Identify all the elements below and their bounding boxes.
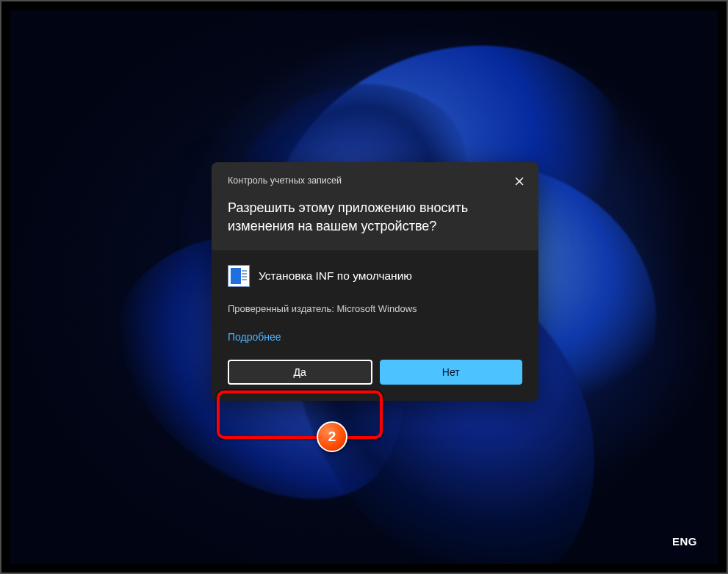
language-indicator[interactable]: ENG [672,535,697,548]
app-name: Установка INF по умолчанию [259,269,412,283]
uac-header: Контроль учетных записей Разрешить этому… [212,162,538,250]
yes-button[interactable]: Да [228,360,372,385]
close-button[interactable] [508,170,531,193]
close-icon [515,177,524,186]
screenshot-frame: Контроль учетных записей Разрешить этому… [0,0,728,574]
desktop-background: Контроль учетных записей Разрешить этому… [10,10,718,564]
app-row: Установка INF по умолчанию [228,265,522,287]
uac-body: Установка INF по умолчанию Проверенный и… [212,250,538,360]
uac-caption: Контроль учетных записей [228,175,522,186]
verified-publisher: Проверенный издатель: Microsoft Windows [228,303,522,314]
no-button[interactable]: Нет [380,360,523,385]
installer-icon [228,265,250,287]
show-more-link[interactable]: Подробнее [228,331,281,343]
uac-dialog: Контроль учетных записей Разрешить этому… [212,162,538,401]
uac-question: Разрешить этому приложению вносить измен… [228,199,522,236]
uac-button-row: Да Нет [212,360,538,401]
